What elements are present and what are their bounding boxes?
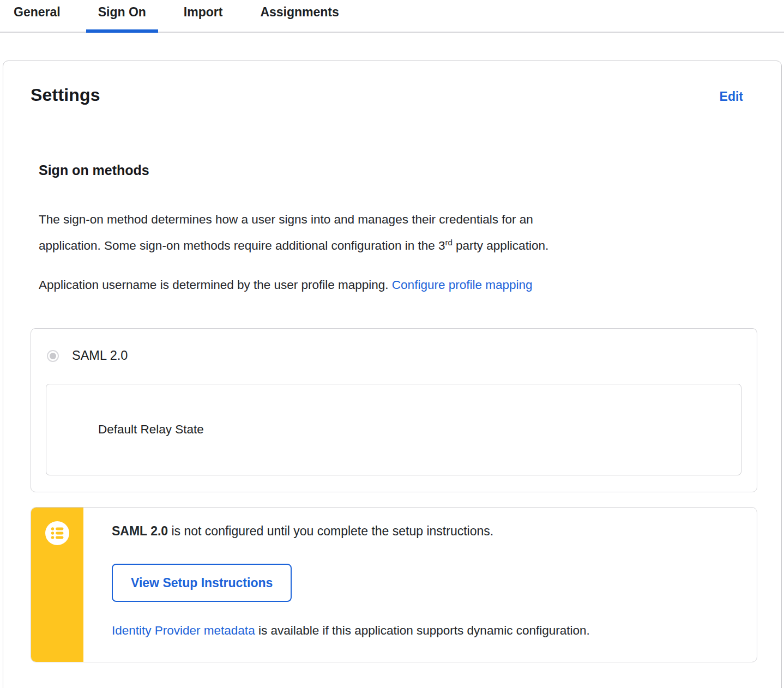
saml-radio-button[interactable]: [47, 350, 59, 362]
saml-warning-banner: SAML 2.0 is not configured until you com…: [31, 507, 757, 662]
warning-message: SAML 2.0 is not configured until you com…: [112, 524, 735, 539]
tab-general[interactable]: General: [2, 0, 73, 32]
default-relay-state-field: Default Relay State: [46, 384, 741, 475]
sign-on-methods-description: The sign-on method determines how a user…: [39, 207, 757, 259]
edit-link[interactable]: Edit: [720, 89, 743, 104]
warning-message-rest: is not configured until you complete the…: [168, 524, 493, 538]
username-note: Application username is determined by th…: [39, 272, 757, 298]
ordinal-superscript: rd: [445, 238, 452, 247]
saml-radio-row: SAML 2.0: [46, 348, 741, 363]
default-relay-state-label: Default Relay State: [98, 423, 204, 437]
settings-card: Settings Edit Sign on methods The sign-o…: [3, 61, 782, 688]
tab-assignments[interactable]: Assignments: [248, 0, 351, 32]
description-line-1: The sign-on method determines how a user…: [39, 213, 533, 226]
warning-content: SAML 2.0 is not configured until you com…: [83, 508, 757, 662]
card-header: Settings Edit: [31, 85, 757, 105]
description-line-2: application. Some sign-on methods requir…: [39, 239, 445, 252]
metadata-note: Identity Provider metadata is available …: [112, 624, 735, 638]
radio-selected-dot: [50, 353, 56, 359]
tab-import[interactable]: Import: [172, 0, 235, 32]
saml-method-box: SAML 2.0 Default Relay State: [31, 328, 757, 492]
page-title: Settings: [31, 85, 100, 105]
description-line-2-end: party application.: [453, 239, 548, 252]
warning-accent-bar: [31, 508, 83, 662]
tab-bar: General Sign On Import Assignments: [0, 0, 784, 33]
sign-on-methods-section: Sign on methods The sign-on method deter…: [31, 162, 757, 298]
saml-radio-label: SAML 2.0: [72, 348, 128, 363]
sign-on-methods-heading: Sign on methods: [39, 162, 757, 178]
list-icon: [45, 521, 69, 547]
configure-profile-mapping-link[interactable]: Configure profile mapping: [392, 278, 533, 292]
warning-message-bold: SAML 2.0: [112, 524, 168, 538]
tab-sign-on[interactable]: Sign On: [86, 0, 158, 32]
view-setup-instructions-button[interactable]: View Setup Instructions: [112, 564, 292, 602]
metadata-note-rest: is available if this application support…: [255, 624, 590, 637]
identity-provider-metadata-link[interactable]: Identity Provider metadata: [112, 624, 255, 637]
username-note-text: Application username is determined by th…: [39, 278, 392, 292]
